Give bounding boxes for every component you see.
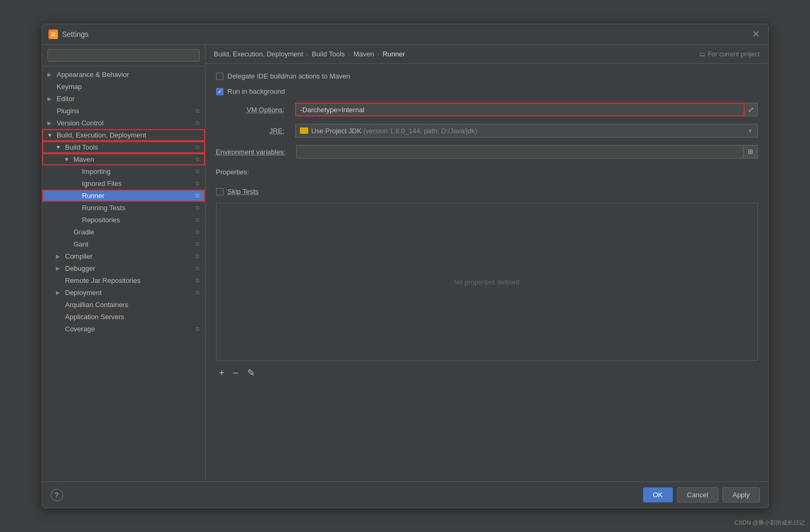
delegate-label: Delegate IDE build/run actions to Maven — [228, 72, 350, 80]
for-project-label: 🗂 For current project — [699, 51, 759, 58]
jre-dropdown-inner: Use Project JDK (version 1.8.0_144, path… — [300, 127, 477, 135]
sidebar-item-plugins[interactable]: Plugins ⧉ — [42, 105, 205, 117]
jre-icon — [300, 127, 308, 134]
add-property-button[interactable]: + — [216, 367, 228, 379]
sidebar-item-label: Compiler — [65, 252, 93, 260]
arrow-icon: ▶ — [47, 120, 54, 126]
sidebar-item-build-exec-deploy[interactable]: ▼ Build, Execution, Deployment — [42, 129, 205, 141]
edit-property-button[interactable]: ✎ — [244, 367, 258, 379]
sidebar-item-label: Maven — [74, 155, 94, 163]
sidebar-item-remote-jar[interactable]: Remote Jar Repositories ⧉ — [42, 274, 205, 287]
arrow-icon: ▼ — [47, 132, 54, 138]
copy-icon: ⧉ — [196, 277, 200, 284]
dialog-body: ▶ Appearance & Behavior Keymap ▶ Editor … — [42, 45, 768, 481]
search-box — [42, 45, 205, 66]
sidebar: ▶ Appearance & Behavior Keymap ▶ Editor … — [42, 45, 206, 481]
copy-icon: ⧉ — [196, 144, 200, 151]
sidebar-item-version-control[interactable]: ▶ Version Control ⧉ — [42, 117, 205, 129]
copy-icon: ⧉ — [196, 265, 200, 272]
env-browse-button[interactable]: ⊞ — [744, 145, 758, 159]
cancel-button[interactable]: Cancel — [677, 487, 718, 503]
delegate-checkbox-row: Delegate IDE build/run actions to Maven — [216, 72, 350, 80]
vm-options-label: VM Options: — [216, 106, 290, 114]
close-button[interactable]: ✕ — [750, 28, 762, 40]
sidebar-item-label: Deployment — [65, 289, 102, 297]
skip-tests-label: Skip Tests — [228, 188, 259, 195]
sidebar-item-label: Repositories — [82, 216, 120, 224]
copy-icon: ⧉ — [196, 192, 200, 199]
sidebar-item-compiler[interactable]: ▶ Compiler ⧉ — [42, 250, 205, 262]
sidebar-item-label: Build, Execution, Deployment — [57, 131, 147, 139]
sidebar-item-debugger[interactable]: ▶ Debugger ⧉ — [42, 262, 205, 274]
sidebar-item-label: Debugger — [65, 264, 95, 272]
vm-options-input-wrapper: ⤢ — [295, 103, 758, 116]
sidebar-item-runner[interactable]: Runner ⧉ — [42, 190, 205, 202]
sidebar-item-repositories[interactable]: Repositories ⧉ — [42, 214, 205, 226]
sidebar-item-gradle[interactable]: Gradle ⧉ — [42, 226, 205, 238]
sidebar-item-label: Importing — [82, 168, 111, 175]
properties-header-row: Properties: — [216, 166, 758, 180]
copy-icon: ⧉ — [196, 326, 200, 332]
sidebar-item-arquillian[interactable]: Arquillian Containers — [42, 299, 205, 311]
help-button[interactable]: ? — [51, 489, 63, 501]
vm-options-expand-button[interactable]: ⤢ — [745, 103, 758, 116]
run-background-checkbox[interactable] — [216, 88, 223, 95]
app-icon: U — [48, 29, 58, 39]
jre-row: JRE: Use Project JDK (version 1.8.0_144,… — [216, 124, 758, 137]
sidebar-item-label: Build Tools — [65, 143, 99, 151]
env-input-wrapper: ⊞ — [296, 145, 758, 159]
title-bar-left: U Settings — [48, 29, 89, 39]
ok-button[interactable]: OK — [643, 487, 673, 503]
sidebar-item-label: Runner — [82, 192, 105, 200]
copy-icon: ⧉ — [196, 120, 200, 126]
breadcrumb-item-2: Maven — [354, 50, 374, 58]
project-icon: 🗂 — [699, 51, 706, 58]
env-input[interactable] — [296, 145, 744, 159]
copy-icon: ⧉ — [196, 253, 200, 260]
sidebar-item-build-tools[interactable]: ▼ Build Tools ⧉ — [42, 141, 205, 153]
run-background-checkbox-row: Run in background — [216, 87, 285, 95]
remove-property-button[interactable]: − — [230, 367, 242, 379]
sidebar-item-label: Version Control — [57, 119, 104, 127]
skip-tests-checkbox[interactable] — [216, 188, 223, 195]
sidebar-item-keymap[interactable]: Keymap — [42, 81, 205, 93]
sidebar-item-label: Plugins — [57, 107, 80, 115]
jre-dropdown[interactable]: Use Project JDK (version 1.8.0_144, path… — [295, 124, 758, 137]
run-background-label: Run in background — [228, 87, 285, 95]
skip-tests-row: Skip Tests — [216, 188, 758, 195]
vm-options-input[interactable] — [295, 103, 745, 116]
breadcrumb: Build, Execution, Deployment › Build Too… — [214, 50, 405, 58]
apply-button[interactable]: Apply — [723, 487, 760, 503]
sidebar-item-maven[interactable]: ▼ Maven ⧉ — [42, 153, 205, 165]
properties-area: No properties defined — [216, 203, 758, 361]
sidebar-item-label: Ignored Files — [82, 180, 122, 188]
run-background-row: Run in background — [216, 87, 758, 95]
delegate-checkbox[interactable] — [216, 73, 223, 80]
breadcrumb-sep: › — [377, 50, 379, 58]
sidebar-item-appearance[interactable]: ▶ Appearance & Behavior — [42, 68, 205, 81]
sidebar-item-ignored-files[interactable]: Ignored Files ⧉ — [42, 178, 205, 190]
footer-left: ? — [51, 489, 63, 501]
sidebar-item-deployment[interactable]: ▶ Deployment ⧉ — [42, 287, 205, 299]
sidebar-item-coverage[interactable]: Coverage ⧉ — [42, 323, 205, 335]
breadcrumb-bar: Build, Execution, Deployment › Build Too… — [206, 45, 768, 64]
sidebar-item-label: Gradle — [74, 228, 94, 236]
sidebar-item-gant[interactable]: Gant ⧉ — [42, 238, 205, 250]
search-input[interactable] — [47, 49, 200, 62]
breadcrumb-item-0: Build, Execution, Deployment — [214, 50, 304, 58]
copy-icon: ⧉ — [196, 229, 200, 235]
sidebar-item-app-servers[interactable]: Application Servers — [42, 311, 205, 323]
main-content: Delegate IDE build/run actions to Maven … — [206, 64, 768, 481]
no-properties-text: No properties defined — [454, 278, 519, 286]
sidebar-item-running-tests[interactable]: Running Tests ⧉ — [42, 202, 205, 214]
dialog-footer: ? OK Cancel Apply — [42, 481, 768, 508]
copy-icon: ⧉ — [196, 216, 200, 223]
env-label: Environment variables: — [216, 148, 291, 156]
copy-icon: ⧉ — [196, 204, 200, 211]
delegate-row: Delegate IDE build/run actions to Maven — [216, 72, 758, 80]
skip-tests-checkbox-row: Skip Tests — [216, 188, 259, 195]
arrow-icon: ▶ — [56, 253, 62, 259]
sidebar-item-importing[interactable]: Importing ⧉ — [42, 165, 205, 178]
sidebar-item-editor[interactable]: ▶ Editor — [42, 93, 205, 105]
breadcrumb-item-3: Runner — [383, 50, 405, 58]
